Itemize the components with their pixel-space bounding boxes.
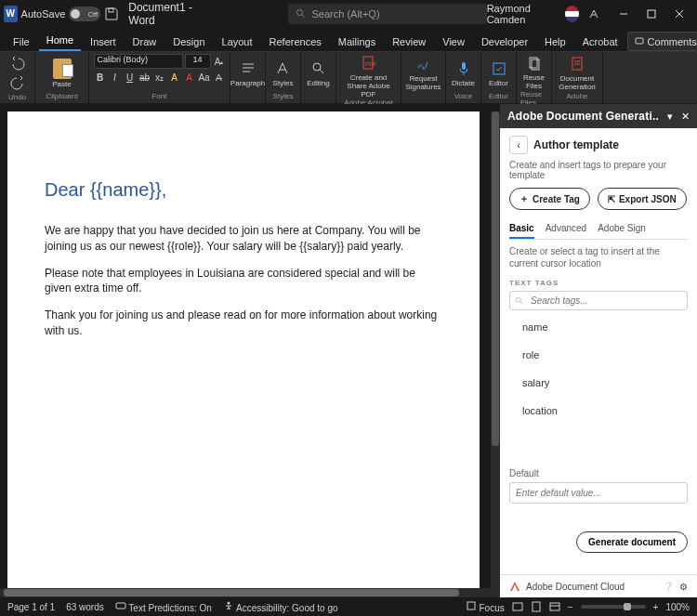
- tab-insert[interactable]: Insert: [83, 33, 124, 51]
- settings-icon[interactable]: ⚙: [679, 582, 688, 592]
- user-name[interactable]: Raymond Camden: [487, 3, 557, 25]
- minimize-button[interactable]: [610, 1, 638, 27]
- maximize-button[interactable]: [638, 1, 665, 27]
- paste-button[interactable]: Paste: [52, 54, 71, 92]
- tag-item-salary[interactable]: salary: [522, 372, 688, 394]
- strike-button[interactable]: ab: [138, 71, 151, 84]
- accessibility-icon: [223, 600, 234, 611]
- generate-document-button[interactable]: Generate document: [576, 531, 688, 553]
- editing-button[interactable]: Editing: [307, 54, 329, 92]
- close-button[interactable]: [665, 1, 693, 27]
- svg-rect-28: [533, 602, 540, 611]
- vertical-scrollbar[interactable]: [491, 111, 500, 590]
- tab-view[interactable]: View: [435, 33, 472, 51]
- increase-font-icon[interactable]: A▴: [213, 55, 226, 68]
- panel-title: Adobe Document Generati..: [507, 110, 659, 123]
- tag-search-input[interactable]: [509, 291, 688, 310]
- paragraph-button[interactable]: Paragraph: [230, 54, 265, 92]
- document-area[interactable]: Dear {{name}}, We are happy that you hav…: [0, 104, 500, 597]
- default-label: Default: [509, 468, 688, 478]
- panel-tab-basic[interactable]: Basic: [509, 219, 534, 239]
- default-value-input[interactable]: [509, 482, 688, 504]
- svg-text:PDF: PDF: [365, 61, 376, 67]
- panel-tab-adobesign[interactable]: Adobe Sign: [598, 219, 646, 239]
- highlight-button[interactable]: A: [168, 71, 181, 84]
- subscript-button[interactable]: x₂: [153, 71, 166, 84]
- page-info[interactable]: Page 1 of 1: [7, 602, 55, 612]
- accessibility-status[interactable]: Accessibility: Good to go: [223, 600, 338, 613]
- comment-icon: [635, 37, 644, 46]
- create-tag-button[interactable]: ＋ Create Tag: [509, 188, 590, 210]
- tab-references[interactable]: References: [262, 33, 329, 51]
- horizontal-scrollbar[interactable]: [0, 588, 500, 597]
- zoom-in-button[interactable]: +: [653, 602, 659, 612]
- tag-item-location[interactable]: location: [522, 400, 688, 422]
- horizontal-scroll-thumb[interactable]: [4, 589, 459, 596]
- redo-icon[interactable]: [8, 73, 27, 92]
- tab-acrobat[interactable]: Acrobat: [575, 33, 625, 51]
- svg-rect-7: [636, 38, 643, 44]
- bold-button[interactable]: B: [94, 71, 107, 84]
- font-size-select[interactable]: 14: [185, 54, 211, 69]
- panel-close-button[interactable]: ✕: [681, 111, 690, 123]
- panel-tab-advanced[interactable]: Advanced: [546, 219, 586, 239]
- export-json-button[interactable]: ⇱ Export JSON: [598, 188, 687, 210]
- tab-review[interactable]: Review: [385, 33, 433, 51]
- web-layout-icon[interactable]: [549, 601, 560, 612]
- create-share-pdf-button[interactable]: PDF Create and Share Adobe PDF: [340, 54, 397, 98]
- read-mode-icon[interactable]: [512, 601, 523, 612]
- editor-button[interactable]: Editor: [489, 54, 508, 92]
- svg-line-12: [320, 70, 323, 73]
- document-generation-button[interactable]: Document Generation: [556, 54, 598, 92]
- text-predictions-status[interactable]: Text Predictions: On: [115, 600, 212, 613]
- undo-icon[interactable]: [8, 54, 27, 72]
- underline-button[interactable]: U: [124, 71, 137, 84]
- document-page[interactable]: Dear {{name}}, We are happy that you hav…: [7, 111, 480, 590]
- paste-icon: [53, 59, 72, 79]
- tab-file[interactable]: File: [6, 33, 37, 51]
- tag-item-name[interactable]: name: [522, 316, 688, 338]
- panel-back-button[interactable]: ‹: [509, 136, 528, 154]
- clear-formatting-button[interactable]: A̶: [213, 71, 226, 84]
- reuse-files-button[interactable]: Reuse Files: [520, 54, 547, 90]
- tab-help[interactable]: Help: [537, 33, 573, 51]
- tab-draw[interactable]: Draw: [125, 33, 164, 51]
- print-layout-icon[interactable]: [531, 601, 542, 612]
- font-color-button[interactable]: A: [183, 71, 196, 84]
- ribbon-mode-icon[interactable]: [588, 7, 600, 21]
- vertical-scroll-thumb[interactable]: [492, 111, 499, 446]
- tag-item-role[interactable]: role: [522, 344, 688, 366]
- save-icon[interactable]: [104, 7, 119, 21]
- zoom-level[interactable]: 100%: [665, 602, 690, 612]
- tab-layout[interactable]: Layout: [215, 33, 260, 51]
- dictate-button[interactable]: Dictate: [452, 54, 475, 92]
- plus-icon: ＋: [519, 192, 529, 205]
- tab-home[interactable]: Home: [39, 31, 81, 51]
- styles-icon: [274, 60, 291, 77]
- autosave-toggle[interactable]: AutoSave Off: [21, 7, 101, 21]
- request-signatures-button[interactable]: Request Signatures: [405, 54, 441, 92]
- italic-button[interactable]: I: [109, 71, 122, 84]
- mic-icon: [455, 60, 472, 77]
- clipboard-group-label: Clipboard: [46, 92, 77, 101]
- font-name-select[interactable]: Calibri (Body): [94, 54, 183, 69]
- styles-button[interactable]: Styles: [273, 54, 294, 92]
- toggle-off-icon[interactable]: Off: [69, 7, 100, 21]
- text-tags-label: TEXT TAGS: [509, 279, 688, 287]
- panel-menu-icon[interactable]: ▾: [667, 111, 673, 123]
- svg-rect-4: [648, 10, 655, 18]
- zoom-out-button[interactable]: −: [568, 602, 573, 612]
- text-case-button[interactable]: Aa: [198, 71, 211, 84]
- adobe-docgen-panel: Adobe Document Generati.. ▾ ✕ ‹ Author t…: [500, 104, 697, 597]
- focus-mode[interactable]: Focus: [466, 600, 505, 613]
- tab-developer[interactable]: Developer: [474, 33, 535, 51]
- comments-button[interactable]: Comments ▾: [627, 32, 697, 51]
- tab-design[interactable]: Design: [165, 33, 212, 51]
- user-avatar[interactable]: [565, 6, 579, 22]
- zoom-thumb[interactable]: [624, 603, 631, 610]
- zoom-slider[interactable]: [581, 605, 646, 609]
- tell-me-search[interactable]: Search (Alt+Q): [288, 4, 487, 24]
- word-count[interactable]: 63 words: [66, 602, 104, 612]
- tab-mailings[interactable]: Mailings: [331, 33, 383, 51]
- help-icon[interactable]: ❔: [663, 582, 674, 592]
